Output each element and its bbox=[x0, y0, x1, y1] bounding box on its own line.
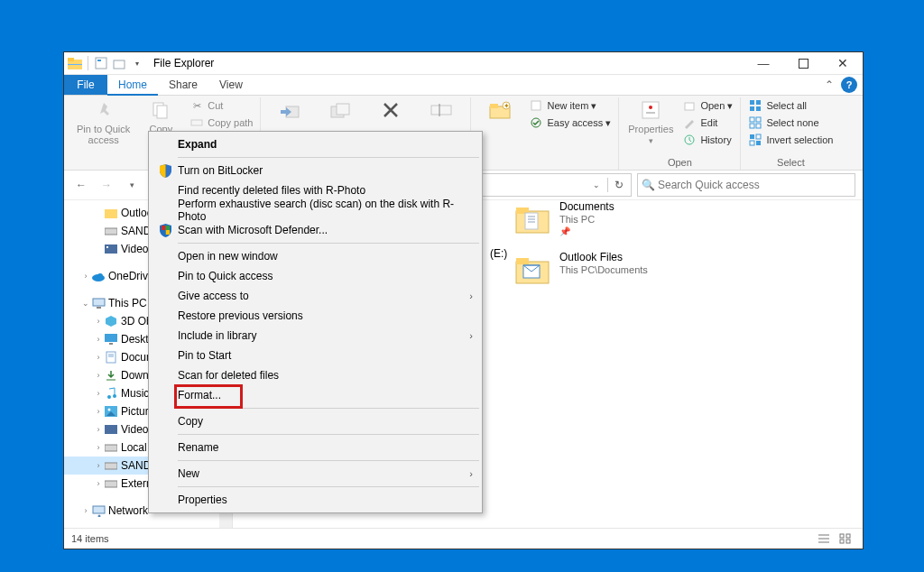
menu-scan-deleted[interactable]: Scan for deleted files bbox=[151, 365, 480, 385]
copy-button[interactable]: Copy bbox=[137, 97, 184, 134]
svg-rect-35 bbox=[756, 134, 761, 139]
tab-home[interactable]: Home bbox=[107, 75, 158, 96]
rename-icon bbox=[429, 97, 454, 123]
svg-rect-45 bbox=[97, 307, 101, 309]
drive-icon bbox=[104, 224, 118, 238]
svg-rect-21 bbox=[642, 102, 659, 118]
copyto-icon bbox=[328, 97, 353, 123]
tile-documents[interactable]: Documents This PC 📌 bbox=[513, 200, 684, 238]
folder-icon bbox=[104, 206, 118, 220]
menu-bitlocker[interactable]: Turn on BitLocker bbox=[151, 161, 480, 180]
qat-new-folder-icon[interactable] bbox=[112, 56, 126, 70]
new-item-button[interactable]: New item ▾ bbox=[527, 97, 613, 114]
invert-selection-button[interactable]: Invert selection bbox=[746, 132, 835, 148]
qat-dropdown-icon[interactable]: ▾ bbox=[130, 56, 144, 70]
refresh-button[interactable]: ↻ bbox=[609, 174, 629, 196]
forward-button[interactable]: → bbox=[97, 175, 116, 195]
titlebar: ▾ File Explorer — ✕ bbox=[64, 52, 863, 75]
svg-rect-49 bbox=[106, 352, 116, 363]
menu-expand[interactable]: Expand bbox=[151, 134, 480, 154]
qat-properties-icon[interactable] bbox=[94, 56, 108, 70]
easy-access-icon bbox=[529, 115, 543, 130]
tab-view[interactable]: View bbox=[208, 75, 254, 95]
menu-include-lib[interactable]: Include in library› bbox=[151, 326, 480, 346]
tile-outlook[interactable]: Outlook Files This PC\Documents bbox=[513, 251, 684, 287]
folder-icon bbox=[513, 200, 552, 236]
back-button[interactable]: ← bbox=[71, 175, 91, 195]
menu-copy[interactable]: Copy bbox=[151, 411, 480, 431]
menu-new[interactable]: New› bbox=[151, 464, 480, 484]
svg-marker-46 bbox=[106, 316, 116, 327]
svg-rect-12 bbox=[337, 104, 349, 115]
svg-rect-58 bbox=[105, 425, 117, 434]
copy-icon bbox=[148, 97, 173, 123]
history-button[interactable]: History bbox=[680, 132, 735, 148]
address-dropdown-icon[interactable]: ⌄ bbox=[587, 174, 606, 196]
svg-rect-62 bbox=[93, 506, 105, 513]
menu-properties[interactable]: Properties bbox=[151, 490, 480, 510]
drive-icon bbox=[104, 476, 118, 491]
select-none-button[interactable]: Select none bbox=[746, 115, 835, 131]
minimize-button[interactable]: — bbox=[744, 52, 783, 74]
new-folder-icon: ✦ bbox=[487, 97, 513, 123]
svg-text:✦: ✦ bbox=[504, 102, 510, 110]
pin-quick-button[interactable]: Pin to Quickaccess bbox=[73, 97, 134, 145]
edit-button[interactable]: Edit bbox=[680, 115, 735, 131]
menu-open-new[interactable]: Open in new window bbox=[151, 246, 480, 266]
easy-access-button[interactable]: Easy access ▾ bbox=[527, 115, 613, 131]
group-open-label: Open bbox=[624, 157, 735, 170]
rename-button[interactable] bbox=[418, 97, 465, 134]
properties-button[interactable]: Properties▾ bbox=[624, 97, 677, 146]
menu-rphoto-exhaustive[interactable]: Perform exhaustive search (disc scan) on… bbox=[151, 200, 480, 220]
copyto-button[interactable] bbox=[317, 97, 364, 134]
ribbon-tabs: File Home Share View ⌃ ? bbox=[64, 75, 863, 96]
tab-file[interactable]: File bbox=[64, 75, 107, 95]
svg-rect-34 bbox=[750, 134, 754, 139]
cut-button[interactable]: ✂Cut bbox=[188, 97, 254, 114]
select-all-icon bbox=[748, 98, 762, 113]
copy-path-button[interactable]: Copy path bbox=[188, 115, 254, 131]
drive-label: (E:) bbox=[490, 247, 507, 260]
tab-share[interactable]: Share bbox=[158, 75, 208, 95]
open-button[interactable]: Open ▾ bbox=[680, 97, 735, 114]
svg-rect-30 bbox=[750, 117, 754, 122]
recent-button[interactable]: ▾ bbox=[122, 175, 142, 195]
search-input[interactable]: 🔍 Search Quick access bbox=[637, 173, 855, 197]
folder-icon bbox=[513, 251, 552, 287]
edit-icon bbox=[682, 115, 697, 130]
menu-rename[interactable]: Rename bbox=[151, 438, 480, 457]
menu-pin-start[interactable]: Pin to Start bbox=[151, 346, 480, 365]
svg-rect-66 bbox=[525, 213, 538, 229]
menu-give-access[interactable]: Give access to› bbox=[151, 286, 480, 306]
svg-rect-80 bbox=[846, 540, 850, 543]
details-view-button[interactable] bbox=[814, 531, 834, 546]
window-title: File Explorer bbox=[153, 57, 214, 69]
tiles-view-button[interactable] bbox=[836, 531, 855, 546]
new-folder-button[interactable]: ✦ bbox=[476, 97, 523, 134]
moveto-button[interactable] bbox=[266, 97, 313, 134]
menu-format[interactable]: Format... bbox=[151, 385, 480, 405]
help-icon[interactable]: ? bbox=[841, 77, 857, 93]
svg-rect-26 bbox=[750, 100, 754, 105]
select-all-button[interactable]: Select all bbox=[746, 97, 835, 114]
svg-rect-19 bbox=[531, 101, 541, 110]
context-menu: Expand Turn on BitLocker Find recently d… bbox=[148, 131, 483, 513]
delete-button[interactable] bbox=[367, 97, 414, 134]
menu-defender[interactable]: Scan with Microsoft Defender... bbox=[151, 220, 480, 240]
menu-restore[interactable]: Restore previous versions bbox=[151, 306, 480, 326]
svg-rect-71 bbox=[516, 258, 529, 264]
status-bar: 14 items bbox=[64, 528, 863, 549]
shield-icon bbox=[154, 162, 176, 179]
path-icon bbox=[189, 115, 204, 130]
svg-rect-9 bbox=[191, 120, 202, 125]
svg-rect-47 bbox=[105, 334, 117, 342]
close-button[interactable]: ✕ bbox=[823, 52, 863, 74]
network-icon bbox=[91, 503, 106, 518]
collapse-ribbon-icon[interactable]: ⌃ bbox=[818, 75, 841, 95]
svg-rect-6 bbox=[799, 59, 808, 68]
maximize-button[interactable] bbox=[783, 52, 823, 74]
file-explorer-window: ▾ File Explorer — ✕ File Home Share View… bbox=[63, 51, 864, 549]
svg-point-22 bbox=[649, 106, 652, 109]
documents-icon bbox=[104, 350, 118, 364]
menu-pin-quick[interactable]: Pin to Quick access bbox=[151, 266, 480, 286]
